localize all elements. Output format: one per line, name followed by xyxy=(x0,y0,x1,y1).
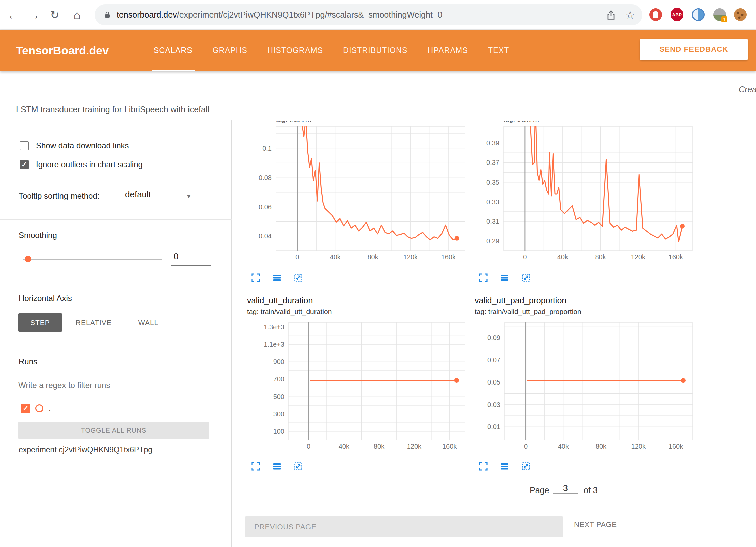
chart-tag: tag: train/valid_utt_duration xyxy=(247,308,332,316)
run-color-radio[interactable] xyxy=(35,404,43,412)
horizontal-axis-label: Horizontal Axis xyxy=(19,294,72,303)
forward-icon[interactable]: → xyxy=(25,0,43,30)
run-filter-placeholder: Write a regex to filter runs xyxy=(18,380,211,390)
tab-text[interactable]: TEXT xyxy=(478,30,519,71)
chart-plot[interactable] xyxy=(503,126,693,251)
divider xyxy=(0,347,232,347)
fit-domain-icon[interactable] xyxy=(521,272,531,283)
home-icon[interactable]: ⌂ xyxy=(68,0,86,30)
clipped-chart-tag: tag: train/… xyxy=(503,121,617,125)
chart-toolbar xyxy=(478,461,531,471)
y-axis-tick-label: 0.39 xyxy=(478,139,499,147)
reload-icon[interactable]: ↻ xyxy=(46,0,64,30)
x-axis-tick-label: 160k xyxy=(439,443,460,450)
send-feedback-button[interactable]: SEND FEEDBACK xyxy=(640,39,748,60)
y-axis-tick-label: 0.33 xyxy=(478,198,499,206)
settings-sidebar: Show data download links Ignore outliers… xyxy=(0,120,232,547)
run-row: . xyxy=(21,404,51,413)
log-scale-icon[interactable] xyxy=(500,461,510,471)
run-filter-input[interactable]: Write a regex to filter runs xyxy=(18,380,211,394)
smoothing-label: Smoothing xyxy=(19,231,57,240)
show-download-links-checkbox[interactable] xyxy=(20,141,29,150)
x-axis-tick-label: 120k xyxy=(400,253,420,261)
expand-chart-icon[interactable] xyxy=(478,461,488,471)
y-axis-tick-label: 0.03 xyxy=(479,401,500,409)
tab-scalars[interactable]: SCALARS xyxy=(144,30,203,71)
y-axis-tick-label: 0.04 xyxy=(250,232,272,240)
experiment-header: Crea LSTM transducer training for LibriS… xyxy=(0,71,756,120)
x-axis-tick-label: 40k xyxy=(325,253,345,261)
x-axis-tick-label: 160k xyxy=(438,253,458,261)
y-axis-tick-label: 0.31 xyxy=(478,218,499,225)
profile-avatar[interactable]: 1 xyxy=(713,8,726,21)
y-axis-tick-label: 1.3e+3 xyxy=(263,323,284,331)
y-axis-tick-label: 0.09 xyxy=(479,334,500,342)
y-axis-tick-label: 500 xyxy=(263,393,284,401)
tab-graphs[interactable]: GRAPHS xyxy=(203,30,257,71)
chart-plot[interactable] xyxy=(504,322,693,440)
back-icon[interactable]: ← xyxy=(5,0,22,30)
smoothing-slider[interactable] xyxy=(23,255,162,263)
app-header: TensorBoard.dev SCALARS GRAPHS HISTOGRAM… xyxy=(0,30,756,71)
run-name-label: . xyxy=(49,404,51,413)
scalar-chart-card: 0.010.030.050.070.09040k80k120k160k xyxy=(479,322,693,450)
log-scale-icon[interactable] xyxy=(500,272,510,283)
chart-plot[interactable] xyxy=(288,322,465,440)
chart-tag: tag: train/valid_utt_pad_proportion xyxy=(475,308,581,316)
experiment-name: experiment cj2vtPiwQHKN9Q1tx6PTpg xyxy=(19,445,152,454)
x-axis-tick-label: 120k xyxy=(404,443,424,450)
tab-histograms[interactable]: HISTOGRAMS xyxy=(257,30,333,71)
experiment-description: LSTM transducer training for LibriSpeech… xyxy=(16,105,209,114)
fit-domain-icon[interactable] xyxy=(293,272,303,283)
x-axis-tick-label: 0 xyxy=(515,253,535,261)
toggle-all-runs-button[interactable]: TOGGLE ALL RUNS xyxy=(18,422,209,439)
log-scale-icon[interactable] xyxy=(272,272,282,283)
slider-track xyxy=(23,259,162,260)
log-scale-icon[interactable] xyxy=(272,461,282,471)
profile-badge: 1 xyxy=(721,16,727,22)
y-axis-tick-label: 0.35 xyxy=(478,179,499,186)
expand-chart-icon[interactable] xyxy=(251,272,261,283)
cookie-extension-icon[interactable] xyxy=(734,8,747,21)
main-nav: SCALARS GRAPHS HISTOGRAMS DISTRIBUTIONS … xyxy=(144,30,519,71)
expand-chart-icon[interactable] xyxy=(251,461,261,471)
y-axis-tick-label: 700 xyxy=(263,375,284,383)
smoothing-value-input[interactable]: 0 xyxy=(171,251,211,266)
run-checkbox[interactable] xyxy=(21,404,30,413)
expand-chart-icon[interactable] xyxy=(478,272,488,283)
share-icon[interactable] xyxy=(605,9,617,21)
adblocker-extension-icon[interactable] xyxy=(649,8,662,21)
extension-icon[interactable] xyxy=(692,8,705,21)
page-number-input[interactable] xyxy=(553,483,578,494)
ignore-outliers-checkbox[interactable] xyxy=(20,160,29,169)
previous-page-button[interactable]: PREVIOUS PAGE xyxy=(245,516,563,537)
chevron-down-icon: ▼ xyxy=(186,193,191,199)
scalar-chart-card: 0.290.310.330.350.370.39040k80k120k160k xyxy=(478,126,693,261)
slider-thumb[interactable] xyxy=(25,256,31,262)
y-axis-tick-label: 0.01 xyxy=(479,423,500,431)
ignore-outliers-label: Ignore outliers in chart scaling xyxy=(36,160,143,169)
y-axis-tick-label: 0.06 xyxy=(250,203,272,211)
tab-distributions[interactable]: DISTRIBUTIONS xyxy=(333,30,417,71)
step-button[interactable]: STEP xyxy=(18,313,62,332)
scalar-chart-card: 1003005007009001.1e+31.3e+3040k80k120k16… xyxy=(263,322,465,450)
relative-button[interactable]: RELATIVE xyxy=(62,313,125,332)
divider xyxy=(0,219,232,220)
tab-hparams[interactable]: HPARAMS xyxy=(418,30,478,71)
wall-button[interactable]: WALL xyxy=(125,313,172,332)
bookmark-star-icon[interactable]: ☆ xyxy=(625,4,635,25)
tooltip-sorting-label: Tooltip sorting method: xyxy=(19,191,99,201)
next-page-button[interactable]: NEXT PAGE xyxy=(574,520,617,529)
y-axis-tick-label: 0.37 xyxy=(478,159,499,167)
clipped-chart-tag: tag: train/… xyxy=(276,121,389,125)
y-axis-tick-label: 0.29 xyxy=(478,237,499,245)
address-bar[interactable]: tensorboard.dev/experiment/cj2vtPiwQHKN9… xyxy=(95,4,642,25)
x-axis-tick-label: 160k xyxy=(666,443,686,450)
tooltip-sorting-select[interactable]: default ▼ xyxy=(123,188,193,203)
chart-plot[interactable] xyxy=(276,126,465,251)
abp-extension-icon[interactable]: ABP xyxy=(671,8,683,21)
created-text-clipped: Crea xyxy=(739,85,756,94)
fit-domain-icon[interactable] xyxy=(521,461,531,471)
fit-domain-icon[interactable] xyxy=(293,461,303,471)
y-axis-tick-label: 0.07 xyxy=(479,356,500,364)
